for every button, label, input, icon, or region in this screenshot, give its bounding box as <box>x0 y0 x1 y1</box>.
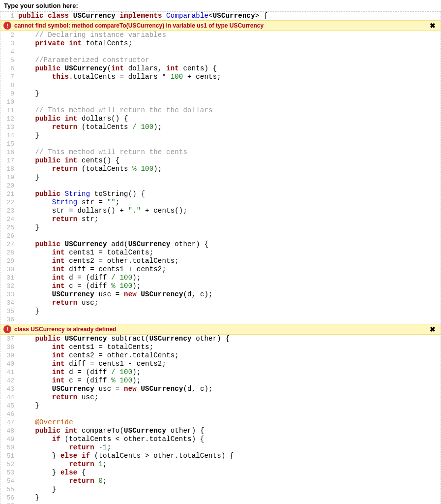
code-content[interactable]: return usc; <box>18 299 441 307</box>
code-content[interactable]: } <box>18 90 441 98</box>
code-line[interactable]: 18 return (totalCents % 100); <box>0 165 441 173</box>
code-content[interactable]: // This method will return the the dolla… <box>18 106 441 115</box>
code-content[interactable]: } <box>18 307 441 315</box>
code-content[interactable]: } <box>18 485 441 494</box>
code-content[interactable]: // Declaring instance variables <box>18 31 441 39</box>
code-line[interactable]: 20 <box>0 182 441 190</box>
code-content[interactable]: int d = (diff / 100); <box>18 368 441 377</box>
code-content[interactable] <box>18 98 441 106</box>
code-line[interactable]: 26 <box>0 232 441 240</box>
code-line[interactable]: 13 return (totalCents / 100); <box>0 123 441 131</box>
close-icon[interactable]: ✖ <box>428 325 438 333</box>
code-line[interactable]: 6 public USCurrency(int dollars, int cen… <box>0 64 441 73</box>
code-content[interactable]: public int compareTo(USCurrency other) { <box>18 427 441 435</box>
code-content[interactable]: str = dollars() + "." + cents(); <box>18 207 441 215</box>
code-content[interactable] <box>18 232 441 240</box>
code-content[interactable] <box>18 502 441 504</box>
code-content[interactable]: public int cents() { <box>18 157 441 165</box>
code-content[interactable]: // This method will return the cents <box>18 148 441 157</box>
code-line[interactable]: 50 return -1; <box>0 443 441 452</box>
code-line[interactable]: 48 public int compareTo(USCurrency other… <box>0 427 441 435</box>
code-line[interactable]: 39 int cents2 = other.totalCents; <box>0 351 441 360</box>
code-line[interactable]: 45 } <box>0 402 441 410</box>
code-line[interactable]: 56 } <box>0 494 441 502</box>
code-line[interactable]: 7 this.totalCents = dollars * 100 + cent… <box>0 73 441 81</box>
code-content[interactable]: USCurrency usc = new USCurrency(d, c); <box>18 385 441 393</box>
code-line[interactable]: 44 return usc; <box>0 393 441 402</box>
code-content[interactable]: int diff = cents1 + cents2; <box>18 265 441 274</box>
code-line[interactable]: 3 private int totalCents; <box>0 39 441 48</box>
code-content[interactable]: return 1; <box>18 460 441 469</box>
code-content[interactable] <box>18 315 441 324</box>
code-line[interactable]: 34 return usc; <box>0 299 441 307</box>
code-content[interactable]: int cents1 = totalCents; <box>18 343 441 351</box>
code-line[interactable]: 33 USCurrency usc = new USCurrency(d, c)… <box>0 290 441 299</box>
code-line[interactable]: 31 int d = (diff / 100); <box>0 274 441 282</box>
code-line[interactable]: 40 int diff = cents1 - cents2; <box>0 360 441 368</box>
code-content[interactable]: return (totalCents / 100); <box>18 123 441 131</box>
code-line[interactable]: 47 @Override <box>0 418 441 427</box>
code-line[interactable]: 22 String str = ""; <box>0 198 441 207</box>
code-line[interactable]: 28 int cents1 = totalCents; <box>0 249 441 257</box>
code-line[interactable]: 32 int c = (diff % 100); <box>0 282 441 290</box>
code-content[interactable]: int cents2 = other.totalCents; <box>18 257 441 265</box>
code-line[interactable]: 38 int cents1 = totalCents; <box>0 343 441 351</box>
code-content[interactable]: int cents2 = other.totalCents; <box>18 351 441 360</box>
code-content[interactable] <box>18 182 441 190</box>
code-line[interactable]: 10 <box>0 98 441 106</box>
code-content[interactable]: } else if (totalCents > other.totalCents… <box>18 452 441 460</box>
code-content[interactable]: } <box>18 494 441 502</box>
code-line[interactable]: 4 <box>0 48 441 56</box>
code-line[interactable]: 37 public USCurrency subtract(USCurrency… <box>0 335 441 343</box>
code-line[interactable]: 54 return 0; <box>0 477 441 485</box>
code-content[interactable]: public USCurrency(int dollars, int cents… <box>18 64 441 73</box>
close-icon[interactable]: ✖ <box>428 22 438 30</box>
code-line[interactable]: 16 // This method will return the cents <box>0 148 441 157</box>
code-content[interactable] <box>18 48 441 56</box>
code-content[interactable]: } else { <box>18 469 441 477</box>
code-line[interactable]: 30 int diff = cents1 + cents2; <box>0 265 441 274</box>
code-line[interactable]: 1public class USCurrency implements Comp… <box>0 12 441 20</box>
code-line[interactable]: 29 int cents2 = other.totalCents; <box>0 257 441 265</box>
code-content[interactable]: int c = (diff % 100); <box>18 377 441 385</box>
code-content[interactable]: } <box>18 131 441 140</box>
code-content[interactable]: return usc; <box>18 393 441 402</box>
code-line[interactable]: 46 <box>0 410 441 418</box>
code-line[interactable]: 57 <box>0 502 441 504</box>
code-line[interactable]: 24 return str; <box>0 215 441 223</box>
code-line[interactable]: 49 if (totalCents < other.totalCents) { <box>0 435 441 443</box>
code-content[interactable]: int d = (diff / 100); <box>18 274 441 282</box>
code-content[interactable]: int diff = cents1 - cents2; <box>18 360 441 368</box>
code-line[interactable]: 25 } <box>0 223 441 232</box>
code-content[interactable]: public String toString() { <box>18 190 441 198</box>
code-line[interactable]: 5 //Parameterized constructor <box>0 56 441 64</box>
code-content[interactable]: return -1; <box>18 443 441 452</box>
code-line[interactable]: 55 } <box>0 485 441 494</box>
code-content[interactable]: return 0; <box>18 477 441 485</box>
code-line[interactable]: 14 } <box>0 131 441 140</box>
code-content[interactable]: public USCurrency subtract(USCurrency ot… <box>18 335 441 343</box>
code-line[interactable]: 15 <box>0 140 441 148</box>
code-content[interactable]: //Parameterized constructor <box>18 56 441 64</box>
code-line[interactable]: 21 public String toString() { <box>0 190 441 198</box>
code-line[interactable]: 41 int d = (diff / 100); <box>0 368 441 377</box>
code-line[interactable]: 17 public int cents() { <box>0 157 441 165</box>
code-line[interactable]: 51 } else if (totalCents > other.totalCe… <box>0 452 441 460</box>
code-line[interactable]: 42 int c = (diff % 100); <box>0 377 441 385</box>
code-line[interactable]: 23 str = dollars() + "." + cents(); <box>0 207 441 215</box>
code-content[interactable] <box>18 140 441 148</box>
code-content[interactable] <box>18 81 441 90</box>
code-content[interactable]: return str; <box>18 215 441 223</box>
code-content[interactable]: public USCurrency add(USCurrency other) … <box>18 240 441 249</box>
code-content[interactable]: public class USCurrency implements Compa… <box>18 12 441 20</box>
code-line[interactable]: 53 } else { <box>0 469 441 477</box>
code-line[interactable]: 27 public USCurrency add(USCurrency othe… <box>0 240 441 249</box>
code-line[interactable]: 36 <box>0 315 441 324</box>
code-content[interactable]: return (totalCents % 100); <box>18 165 441 173</box>
code-content[interactable]: String str = ""; <box>18 198 441 207</box>
code-line[interactable]: 2 // Declaring instance variables <box>0 31 441 39</box>
code-content[interactable] <box>18 410 441 418</box>
code-editor[interactable]: 1public class USCurrency implements Comp… <box>0 11 441 504</box>
code-content[interactable]: this.totalCents = dollars * 100 + cents; <box>18 73 441 81</box>
code-line[interactable]: 52 return 1; <box>0 460 441 469</box>
